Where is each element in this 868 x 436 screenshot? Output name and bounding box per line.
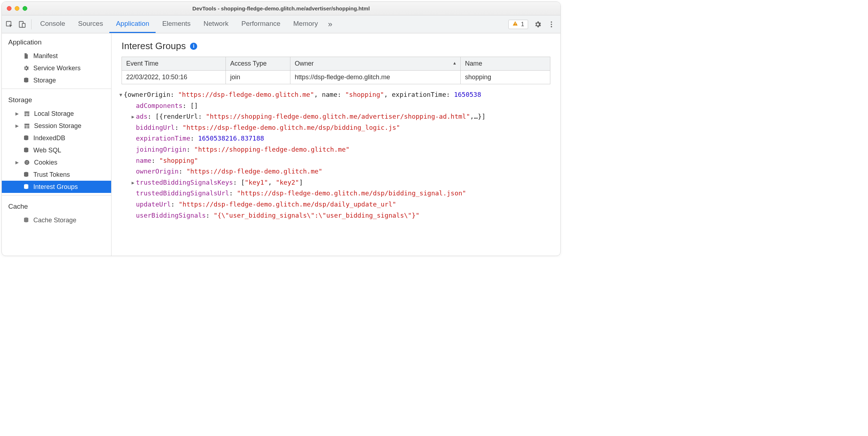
sidebar-section-storage: Storage [2,91,111,108]
database-icon [23,183,30,190]
svg-rect-4 [515,24,515,25]
tab-application[interactable]: Application [109,15,156,33]
tab-memory[interactable]: Memory [287,15,324,33]
overflow-tabs-button[interactable]: » [324,15,336,33]
console-issues-badge[interactable]: 1 [508,20,528,29]
sidebar-item-label: Cookies [34,159,57,166]
disclosure-triangle-icon[interactable]: ▼ [118,89,124,99]
traffic-lights [7,6,27,11]
inspect-element-icon[interactable] [5,20,13,28]
svg-rect-17 [24,127,27,128]
warning-count: 1 [521,21,524,28]
sidebar-item-interest-groups[interactable]: Interest Groups [2,181,111,193]
sidebar-item-cache-storage[interactable]: Cache Storage [2,214,111,226]
sidebar-item-cookies[interactable]: ▶ Cookies [2,156,111,169]
svg-rect-10 [24,113,27,114]
database-icon [23,77,30,84]
col-owner[interactable]: Owner▲ [290,57,461,71]
minimize-window-button[interactable] [15,6,19,11]
file-icon [23,52,30,60]
sidebar-item-local-storage[interactable]: ▶ Local Storage [2,108,111,120]
warning-icon [512,21,518,28]
panel-tabs: Console Sources Application Elements Net… [34,15,324,33]
svg-rect-13 [27,115,29,116]
svg-rect-12 [24,115,27,116]
cookie-icon [23,159,30,166]
sidebar-item-manifest[interactable]: Manifest [2,50,111,62]
col-name[interactable]: Name [461,57,550,71]
sidebar-item-service-workers[interactable]: Service Workers [2,62,111,74]
expand-caret-icon[interactable]: ▶ [15,111,19,116]
tab-console[interactable]: Console [34,15,72,33]
events-table: Event Time Access Type Owner▲ Name 22/03… [122,57,550,84]
toolbar-separator [31,19,32,29]
application-sidebar: Application Manifest Service Workers Sto… [2,33,112,256]
sidebar-item-label: Manifest [33,52,58,60]
sidebar-item-web-sql[interactable]: Web SQL [2,144,111,156]
disclosure-triangle-icon[interactable]: ▶ [130,177,136,187]
settings-icon[interactable] [534,20,542,28]
window-title: DevTools - shopping-fledge-demo.glitch.m… [2,5,560,11]
zoom-window-button[interactable] [23,6,27,11]
sidebar-section-cache: Cache [2,198,111,214]
expand-caret-icon[interactable]: ▶ [15,160,19,165]
grid-icon [23,110,30,117]
expand-caret-icon[interactable]: ▶ [15,123,19,128]
svg-point-25 [27,163,28,164]
sidebar-item-label: IndexedDB [33,134,65,142]
cell-access-type: join [226,71,290,84]
sidebar-section-application: Application [2,33,111,50]
sort-asc-icon: ▲ [452,61,457,66]
object-inspector[interactable]: ▼ {ownerOrigin: "https://dsp-fledge-demo… [112,87,560,226]
database-icon [23,171,30,178]
info-icon[interactable]: i [190,43,197,50]
titlebar: DevTools - shopping-fledge-demo.glitch.m… [2,2,560,15]
table-row[interactable]: 22/03/2022, 10:50:16 join https://dsp-fl… [122,71,550,84]
panel-title: Interest Groups [122,41,186,52]
object-summary: {ownerOrigin: "https://dsp-fledge-demo.g… [124,89,481,100]
sidebar-item-label: Service Workers [33,65,81,72]
sidebar-item-label: Web SQL [33,147,61,154]
sidebar-item-storage[interactable]: Storage [2,74,111,86]
svg-rect-14 [24,124,29,125]
tab-network[interactable]: Network [197,15,235,33]
cell-event-time: 22/03/2022, 10:50:16 [122,71,226,84]
devtools-toolbar: Console Sources Application Elements Net… [2,15,560,33]
disclosure-triangle-icon[interactable]: ▶ [130,111,136,121]
sidebar-item-session-storage[interactable]: ▶ Session Storage [2,120,111,132]
svg-rect-2 [22,23,25,27]
sidebar-item-indexeddb[interactable]: IndexedDB [2,132,111,144]
tab-sources[interactable]: Sources [72,15,110,33]
col-access-type[interactable]: Access Type [226,57,290,71]
col-event-time[interactable]: Event Time [122,57,226,71]
svg-rect-9 [24,112,29,113]
tab-performance[interactable]: Performance [235,15,287,33]
sidebar-item-label: Trust Tokens [33,171,70,179]
grid-icon [23,122,30,129]
gear-icon [23,65,30,72]
svg-point-23 [27,161,28,162]
svg-point-22 [26,162,27,162]
cell-name: shopping [461,71,550,84]
sidebar-item-label: Session Storage [34,122,81,130]
database-icon [23,134,30,142]
svg-point-6 [551,24,552,25]
svg-rect-3 [515,23,515,24]
main-panel: Interest Groups i Event Time Access Type… [112,33,560,256]
sidebar-item-label: Local Storage [34,110,74,118]
svg-point-7 [551,26,552,27]
cell-owner: https://dsp-fledge-demo.glitch.me [290,71,461,84]
svg-point-21 [24,160,29,165]
devtools-window: DevTools - shopping-fledge-demo.glitch.m… [1,1,561,256]
svg-point-24 [26,163,27,164]
database-icon [23,147,30,154]
svg-rect-18 [27,127,29,128]
database-icon [23,217,30,224]
tab-elements[interactable]: Elements [156,15,197,33]
device-toolbar-icon[interactable] [18,20,26,28]
close-window-button[interactable] [7,6,11,11]
svg-point-5 [551,21,552,23]
sidebar-item-trust-tokens[interactable]: Trust Tokens [2,169,111,181]
more-options-icon[interactable] [547,20,555,28]
sidebar-item-label: Cache Storage [33,217,76,224]
